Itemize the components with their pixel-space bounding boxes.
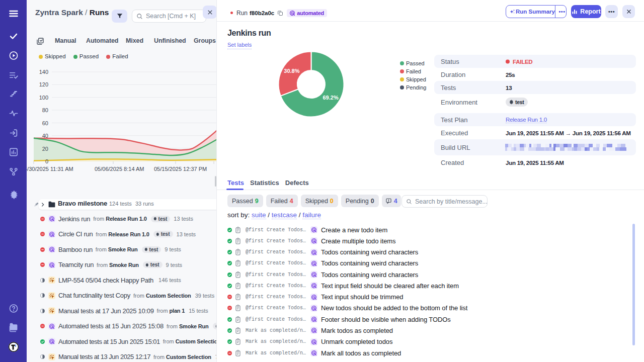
svg-text:30.8%: 30.8% [284, 68, 299, 74]
svg-text:69.2%: 69.2% [323, 95, 338, 101]
